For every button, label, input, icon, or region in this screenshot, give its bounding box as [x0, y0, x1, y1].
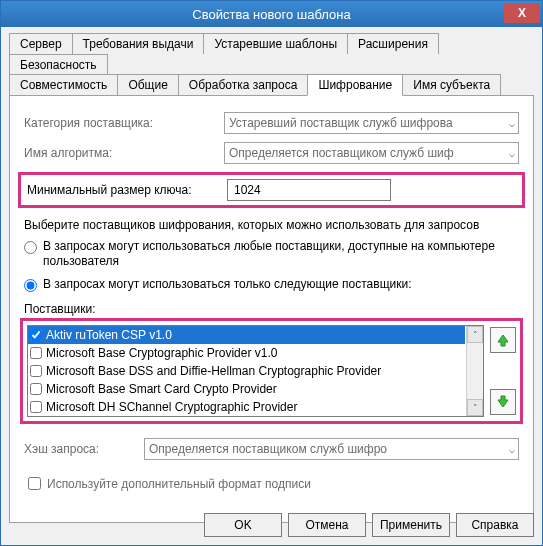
min-key-input[interactable]: [227, 179, 391, 201]
chevron-down-icon: ⌵: [509, 118, 515, 129]
tab-request-handling[interactable]: Обработка запроса: [178, 74, 309, 96]
apply-button[interactable]: Применить: [372, 513, 450, 537]
properties-dialog: Свойства нового шаблона X Сервер Требова…: [0, 0, 543, 546]
provider-checkbox[interactable]: [30, 347, 42, 359]
close-button[interactable]: X: [504, 3, 540, 23]
ok-button[interactable]: OK: [204, 513, 282, 537]
tab-subject-name[interactable]: Имя субъекта: [402, 74, 501, 96]
tab-superseded[interactable]: Устаревшие шаблоны: [203, 33, 348, 54]
hash-label: Хэш запроса:: [24, 442, 144, 456]
move-down-button[interactable]: [490, 389, 516, 415]
radio-selected-providers[interactable]: [24, 279, 37, 292]
tab-security[interactable]: Безопасность: [9, 54, 108, 75]
list-item[interactable]: Microsoft Base DSS and Diffie-Hellman Cr…: [28, 362, 465, 380]
dialog-body: Сервер Требования выдачи Устаревшие шабл…: [1, 27, 542, 545]
tab-row-upper: Сервер Требования выдачи Устаревшие шабл…: [9, 33, 534, 75]
arrow-down-icon: [496, 395, 510, 409]
cryptography-panel: Категория поставщика: Устаревший поставщ…: [9, 95, 534, 523]
provider-checkbox[interactable]: [30, 329, 42, 341]
provider-category-combo[interactable]: Устаревший поставщик служб шифрова ⌵: [224, 112, 519, 134]
algorithm-label: Имя алгоритма:: [24, 146, 224, 160]
radio-any-provider[interactable]: [24, 241, 37, 254]
tab-cryptography[interactable]: Шифрование: [307, 74, 403, 96]
scrollbar[interactable]: ˄ ˅: [466, 326, 483, 416]
alt-signature-checkbox[interactable]: [28, 477, 41, 490]
alt-signature-label: Используйте дополнительный формат подпис…: [47, 477, 311, 491]
scroll-down-icon[interactable]: ˅: [467, 399, 483, 416]
provider-checkbox[interactable]: [30, 401, 42, 413]
help-button[interactable]: Справка: [456, 513, 534, 537]
window-title: Свойства нового шаблона: [192, 7, 350, 22]
providers-label: Поставщики:: [24, 302, 519, 316]
chevron-down-icon: ⌵: [509, 444, 515, 455]
chevron-down-icon: ⌵: [509, 148, 515, 159]
titlebar: Свойства нового шаблона X: [1, 1, 542, 27]
provider-category-label: Категория поставщика:: [24, 116, 224, 130]
cancel-button[interactable]: Отмена: [288, 513, 366, 537]
choose-providers-text: Выберите поставщиков шифрования, которых…: [24, 218, 519, 233]
providers-listbox[interactable]: Aktiv ruToken CSP v1.0 Microsoft Base Cr…: [27, 325, 484, 417]
scroll-up-icon[interactable]: ˄: [467, 326, 483, 343]
list-item[interactable]: Microsoft DH SChannel Cryptographic Prov…: [28, 398, 465, 416]
tab-extensions[interactable]: Расширения: [347, 33, 439, 54]
tab-row-lower: Совместимость Общие Обработка запроса Ши…: [9, 74, 534, 96]
providers-highlight: Aktiv ruToken CSP v1.0 Microsoft Base Cr…: [20, 318, 523, 424]
list-item[interactable]: Microsoft Base Cryptographic Provider v1…: [28, 344, 465, 362]
list-item[interactable]: Microsoft Base Smart Card Crypto Provide…: [28, 380, 465, 398]
arrow-up-icon: [496, 333, 510, 347]
tab-general[interactable]: Общие: [117, 74, 178, 96]
tab-compatibility[interactable]: Совместимость: [9, 74, 118, 96]
radio-only-label: В запросах могут использоваться только с…: [43, 277, 519, 292]
min-key-label: Минимальный размер ключа:: [27, 183, 227, 197]
algorithm-combo[interactable]: Определяется поставщиком служб шиф ⌵: [224, 142, 519, 164]
provider-checkbox[interactable]: [30, 383, 42, 395]
min-key-highlight: Минимальный размер ключа:: [18, 172, 525, 208]
list-item[interactable]: Aktiv ruToken CSP v1.0: [28, 326, 465, 344]
move-up-button[interactable]: [490, 327, 516, 353]
tab-server[interactable]: Сервер: [9, 33, 73, 54]
close-icon: X: [518, 6, 526, 20]
hash-combo[interactable]: Определяется поставщиком служб шифро ⌵: [144, 438, 519, 460]
radio-any-label: В запросах могут использоваться любые по…: [43, 239, 519, 269]
button-bar: OK Отмена Применить Справка: [204, 513, 534, 537]
provider-checkbox[interactable]: [30, 365, 42, 377]
tab-issuance[interactable]: Требования выдачи: [72, 33, 205, 54]
